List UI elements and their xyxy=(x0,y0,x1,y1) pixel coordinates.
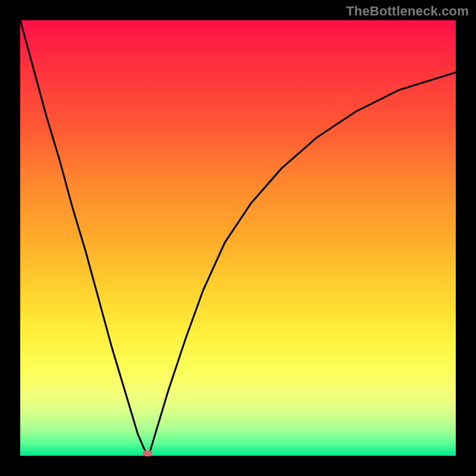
bottleneck-curve xyxy=(20,20,456,456)
watermark-text: TheBottleneck.com xyxy=(346,4,469,19)
optimum-marker xyxy=(143,450,152,456)
chart-frame: TheBottleneck.com xyxy=(0,0,476,476)
plot-area xyxy=(20,20,456,456)
curve-path xyxy=(20,20,456,456)
